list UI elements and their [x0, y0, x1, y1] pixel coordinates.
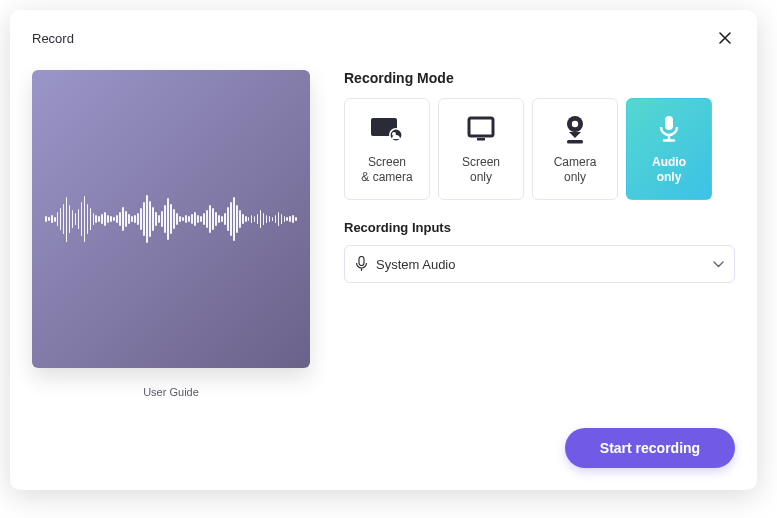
close-button[interactable]	[715, 28, 735, 48]
svg-rect-3	[469, 118, 493, 136]
screen-camera-icon	[370, 113, 404, 145]
recording-input-value: System Audio	[376, 257, 456, 272]
chevron-down-icon	[713, 261, 724, 268]
audio-preview	[32, 70, 310, 368]
recording-input-field: System Audio	[344, 245, 735, 283]
record-dialog: Record User Guide Recording Mode Screen …	[10, 10, 757, 490]
mode-label: Audio only	[652, 155, 686, 185]
svg-rect-8	[665, 116, 673, 130]
user-guide-link[interactable]: User Guide	[143, 386, 199, 398]
microphone-icon	[355, 256, 368, 272]
microphone-icon	[658, 113, 680, 145]
recording-mode-options: Screen & cameraScreen onlyCamera onlyAud…	[344, 98, 735, 200]
start-recording-button[interactable]: Start recording	[565, 428, 735, 468]
title-bar: Record	[32, 28, 735, 48]
mode-screen-only[interactable]: Screen only	[438, 98, 524, 200]
svg-rect-7	[567, 140, 583, 144]
svg-rect-4	[477, 138, 485, 141]
preview-column: User Guide	[32, 70, 310, 472]
dialog-body: User Guide Recording Mode Screen & camer…	[32, 70, 735, 472]
mode-audio-only[interactable]: Audio only	[626, 98, 712, 200]
mode-label: Screen only	[462, 155, 500, 185]
svg-point-6	[572, 121, 578, 127]
settings-column: Recording Mode Screen & cameraScreen onl…	[344, 70, 735, 472]
mode-label: Screen & camera	[361, 155, 412, 185]
camera-icon	[563, 113, 587, 145]
mode-screen-camera[interactable]: Screen & camera	[344, 98, 430, 200]
dialog-title: Record	[32, 31, 74, 46]
svg-rect-11	[359, 257, 364, 266]
mode-camera-only[interactable]: Camera only	[532, 98, 618, 200]
svg-point-1	[390, 129, 402, 141]
recording-input-select[interactable]: System Audio	[344, 245, 735, 283]
recording-mode-heading: Recording Mode	[344, 70, 735, 86]
recording-inputs-heading: Recording Inputs	[344, 220, 735, 235]
waveform-icon	[45, 184, 297, 254]
mode-label: Camera only	[554, 155, 597, 185]
close-icon	[719, 32, 731, 44]
screen-icon	[467, 113, 495, 145]
